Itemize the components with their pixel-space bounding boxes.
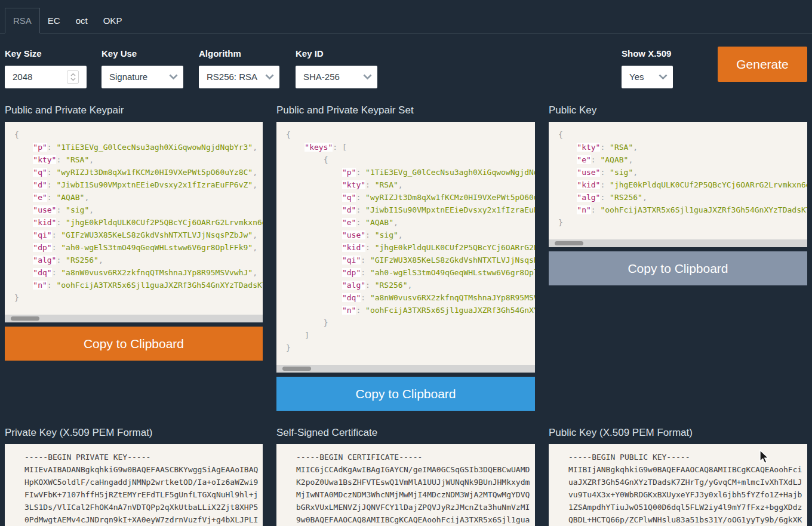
code-line: 9w0BAQEFAAOCAQ8AMIIBCgKCAQEAoohFcijA3TXR…	[296, 513, 535, 526]
code-line: {	[286, 128, 535, 141]
algorithm-field: Algorithm RS256: RSA	[199, 49, 279, 88]
key-use-label: Key Use	[102, 49, 183, 58]
mkjwk-json-web-key-generator: RSA EC oct OKP Key Size 2048 Key Use Sig…	[0, 0, 812, 526]
key-id-value: SHA-256	[303, 72, 340, 82]
algorithm-select[interactable]: RS256: RSA	[199, 66, 279, 88]
code-line: 0PdMwgtAEMv4cJNDrqn9kI+XA0eyW7zdrnVuzfVj…	[24, 513, 263, 526]
key-id-select[interactable]: SHA-256	[296, 66, 377, 88]
code-line: -----BEGIN PUBLIC KEY-----	[568, 451, 807, 463]
key-use-field: Key Use Signature	[102, 49, 183, 88]
code-line: MIIC6jCCAdKgAwIBAgIGAYCN/geIMA0GCSqGSIb3…	[296, 463, 535, 476]
show-x509-field: Show X.509 Yes	[622, 49, 673, 88]
number-spinner[interactable]	[67, 70, 79, 84]
panel-title: Public Key	[549, 101, 807, 122]
spinner-down-icon[interactable]	[70, 78, 76, 81]
horizontal-scrollbar[interactable]	[5, 315, 263, 322]
code-line: "d": "JiwbI1Su90VMpxtnEEieDvsxy2x1fIzraE…	[286, 204, 535, 216]
code-line: "p": "1TiE3EVg_G0lCecNsu3agh0XiGqwowNgjd…	[14, 141, 263, 153]
code-line: "n": "oohFcijA3TXR5x6Sjl1guaJXZRf3Gh54Gn…	[558, 204, 807, 216]
code-line: "d": "JiwbI1Su90VMpxtnEEieDvsxy2x1fIzraE…	[14, 179, 263, 191]
code-line: FIwVFbK+7107hffH5jRZtEMYrEFdTLF5gUnfLTGX…	[24, 488, 263, 501]
code-line: vu9Tu4X3x+Y0WbRDGKxBXUyxeYFJ3y0xl6jbh5fY…	[568, 488, 807, 501]
certificate-pem-code: -----BEGIN CERTIFICATE-----MIIC6jCCAdKgA…	[276, 444, 535, 526]
copy-to-clipboard-button[interactable]: Copy to Clipboard	[549, 251, 807, 285]
code-line: "dq": "a8nW0vusv6RX2zkfnqQTMshnaJYp8R95M…	[286, 291, 535, 304]
code-line: "n": "oohFcijA3TXR5x6Sjl1guaJXZRf3Gh54Gn…	[14, 279, 263, 291]
code-line: "e": "AQAB",	[286, 216, 535, 229]
public-key-pem-panel: Public Key (X.509 PEM Format) -----BEGIN…	[549, 424, 807, 526]
code-line: "e": "AQAB",	[14, 191, 263, 204]
private-key-pem-code: -----BEGIN PRIVATE KEY-----MIIEvAIBADANB…	[5, 444, 263, 526]
panel-title: Public Key (X.509 PEM Format)	[549, 424, 807, 444]
code-line: "dq": "a8nW0vusv6RX2zkfnqQTMshnaJYp8R95M…	[14, 266, 263, 279]
code-line: }	[14, 291, 263, 304]
key-size-input[interactable]: 2048	[5, 66, 87, 88]
panel-title: Public and Private Keypair	[5, 101, 263, 122]
keypair-set-panel: Public and Private Keypair Set { "keys":…	[276, 101, 535, 411]
keypair-panel: Public and Private Keypair { "p": "1TiE3…	[5, 101, 263, 361]
certificate-panel: Self-Signed Certificate -----BEGIN CERTI…	[276, 424, 535, 526]
horizontal-scrollbar[interactable]	[276, 365, 535, 373]
code-line: "qi": "GIFzWU3X85KeLS8zGkdVshNTXTLVJjNsq…	[286, 254, 535, 266]
code-line: {	[286, 153, 535, 166]
chevron-down-icon	[167, 74, 178, 80]
key-size-label: Key Size	[5, 49, 87, 58]
code-line: "kid": "jhgE0kPldqULK0CUf2P5QBcYCj6OARrG…	[14, 216, 263, 229]
show-x509-value: Yes	[629, 72, 644, 82]
code-line: K2poZ0Uwa1BsZHFVTEswQ1VmMlA1UUJjWUNqNk9B…	[296, 476, 535, 488]
generate-button[interactable]: Generate	[718, 47, 807, 82]
keypair-json-code: { "p": "1TiE3EVg_G0lCecNsu3agh0XiGqwowNg…	[5, 122, 263, 322]
code-line: "dp": "ah0-wgElS3tmO49qGeqWHLstww6V6gr8O…	[286, 266, 535, 279]
code-line: "n": "oohFcijA3TXR5x6Sjl1guaJXZRf3Gh54Gn…	[286, 304, 535, 316]
code-line: "qi": "GIFzWU3X85KeLS8zGkdVshNTXTLVJjNsq…	[14, 229, 263, 241]
scrollbar-thumb[interactable]	[11, 316, 39, 321]
scrollbar-thumb[interactable]	[282, 367, 311, 371]
spinner-up-icon[interactable]	[70, 73, 76, 76]
tab-ec[interactable]: EC	[40, 8, 68, 33]
code-line: "kid": "jhgE0kPldqULK0CUf2P5QBcYCj6OARrG…	[558, 179, 807, 191]
code-line: }	[286, 316, 535, 329]
code-line: {	[558, 128, 807, 141]
public-key-pem-code: -----BEGIN PUBLIC KEY-----MIIBIjANBgkqhk…	[549, 444, 807, 526]
code-line: }	[286, 342, 535, 354]
key-size-value: 2048	[13, 72, 32, 82]
code-line: "use": "sig",	[14, 204, 263, 216]
key-use-value: Signature	[109, 72, 147, 82]
code-line: "kty": "RSA",	[14, 153, 263, 166]
code-line: "alg": "RS256",	[558, 191, 807, 204]
code-line: "kid": "jhgE0kPldqULK0CUf2P5QBcYCj6OARrG…	[286, 241, 535, 254]
copy-to-clipboard-button[interactable]: Copy to Clipboard	[276, 377, 535, 411]
public-key-json-code: { "kty": "RSA", "e": "AQAB", "use": "sig…	[549, 122, 807, 247]
code-line: "alg": "RS256",	[286, 279, 535, 291]
key-id-label: Key ID	[296, 49, 377, 58]
code-line: "kty": "RSA",	[286, 179, 535, 191]
algorithm-value: RS256: RSA	[207, 72, 257, 82]
code-line: HpKOXWC5oldlF/caHngaddjNMNp2wrtketOD/Ia+…	[24, 476, 263, 488]
code-line: }	[558, 216, 807, 229]
show-x509-label: Show X.509	[622, 49, 673, 58]
private-key-pem-panel: Private Key (X.509 PEM Format) -----BEGI…	[5, 424, 263, 526]
code-line: "e": "AQAB",	[558, 153, 807, 166]
code-line: "dp": "ah0-wgElS3tmO49qGeqWHLstww6V6gr8O…	[14, 241, 263, 254]
chevron-down-icon	[263, 74, 274, 80]
scrollbar-thumb[interactable]	[555, 241, 583, 245]
tab-rsa[interactable]: RSA	[5, 8, 40, 33]
key-size-field: Key Size 2048	[5, 49, 87, 88]
chevron-down-icon	[657, 74, 668, 80]
panel-title: Self-Signed Certificate	[276, 424, 535, 444]
show-x509-select[interactable]: Yes	[622, 66, 673, 88]
tab-oct[interactable]: oct	[68, 8, 96, 33]
code-line: "q": "wyRIZJt3Dm8qXw1fKCMz0HI9VXePWt5pO6…	[286, 191, 535, 204]
code-line: MIIBIjANBgkqhkiG9w0BAQEFAAOCAQ8AMIIBCgKC…	[568, 463, 807, 476]
code-line: "use": "sig",	[286, 229, 535, 241]
tab-okp[interactable]: OKP	[96, 8, 130, 33]
key-use-select[interactable]: Signature	[102, 66, 183, 88]
code-line: bGRxVUxLMENVZjJQNVFCY1lDajZPQVJyRzJMcnZt…	[296, 501, 535, 513]
code-line: "kty": "RSA",	[558, 141, 807, 153]
code-line: ]	[286, 329, 535, 342]
code-line: 1ZSAmpdhYTiuJwO51Q00D6dql5FLW2iy4l9mY7fF…	[568, 501, 807, 513]
code-line: -----BEGIN PRIVATE KEY-----	[24, 451, 263, 463]
code-line: "q": "wyRIZJt3Dm8qXw1fKCMz0HI9VXePWt5pO6…	[14, 166, 263, 179]
copy-to-clipboard-button[interactable]: Copy to Clipboard	[5, 327, 263, 361]
horizontal-scrollbar[interactable]	[549, 239, 807, 247]
